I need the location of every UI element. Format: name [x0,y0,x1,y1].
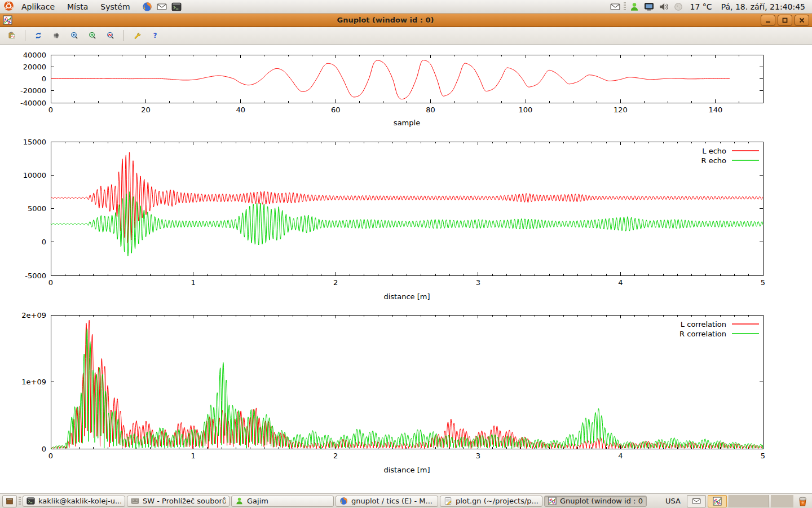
svg-text:0: 0 [48,106,53,114]
clock[interactable]: Pá, 18. září, 21:40:45 [718,2,809,11]
window-selector-area-2 [771,495,793,507]
gnuplot-window-icon [3,15,12,25]
svg-text:R echo: R echo [701,156,726,165]
svg-text:2: 2 [333,278,338,287]
ubuntu-logo-icon[interactable] [3,1,14,13]
svg-text:5: 5 [761,452,765,460]
gnuplot-canvas[interactable]: 02040608010012014040000200000-20000-4000… [0,45,812,493]
gnuplot-icon [548,497,557,505]
taskbar-button[interactable]: Gnuplot (window id : 0) [544,496,647,507]
plots-svg[interactable]: 02040608010012014040000200000-20000-4000… [0,45,812,493]
svg-text:1: 1 [191,452,195,460]
svg-text:120: 120 [614,106,628,114]
minimize-button[interactable] [761,15,775,26]
window-title: Gnuplot (window id : 0) [12,16,758,24]
menu-places-label: Místa [67,2,88,11]
trash-applet[interactable] [795,495,810,507]
toolbar-zoom-previous-button[interactable] [67,28,82,43]
launcher-terminal-icon[interactable] [170,1,183,13]
gnuplot-toolbar: ? [0,27,812,45]
toolbar-grid-button[interactable] [49,28,64,43]
text-editor-icon [444,497,452,505]
taskbar-button-label: SW - Prohlížeč souborů [143,497,226,505]
tray-weather-icon[interactable] [672,1,685,13]
svg-text:20000: 20000 [23,63,46,71]
taskbar-button-label: Gajim [247,497,268,505]
file-manager-icon [131,497,139,505]
bottom-taskbar: kaklik@kaklik-kolej-u...SW - Prohlížeč s… [0,493,812,508]
svg-text:100: 100 [519,106,533,114]
taskbar-tray-mail-icon[interactable] [687,495,706,507]
taskbar-button[interactable]: kaklik@kaklik-kolej-u... [23,496,125,507]
tray-gajim-icon[interactable] [628,1,641,13]
tray-grip[interactable] [624,2,626,11]
svg-text:-20000: -20000 [20,86,46,95]
svg-text:?: ? [153,32,157,40]
toolbar-settings-button[interactable] [130,28,144,43]
menu-applications[interactable]: Aplikace [16,1,60,12]
toolbar-help-button[interactable]: ? [148,28,162,43]
window-selector-area [729,495,769,507]
svg-text:0: 0 [48,278,53,287]
svg-text:distance [m]: distance [m] [383,466,430,474]
svg-text:5: 5 [761,278,765,287]
taskbar-button-label: kaklik@kaklik-kolej-u... [38,497,121,505]
taskbar-button-label: gnuplot / tics (E) - M... [351,497,433,505]
svg-text:-40000: -40000 [20,99,46,107]
svg-text:140: 140 [708,106,722,114]
tray-display-icon[interactable] [643,1,655,13]
svg-text:4: 4 [618,452,623,460]
toolbar-separator [123,30,124,41]
show-desktop-button[interactable] [2,495,17,507]
taskbar-button[interactable]: Gajim [231,496,334,507]
tray-mail-icon[interactable] [609,1,621,13]
svg-text:40: 40 [236,106,246,114]
svg-text:0: 0 [42,75,46,83]
taskbar-button[interactable]: plot.gn (~/projects/p... [440,496,542,507]
taskbar-button-label: Gnuplot (window id : 0) [560,497,643,505]
svg-text:2: 2 [333,452,338,460]
svg-text:3: 3 [476,452,480,460]
svg-text:3: 3 [476,278,480,287]
taskbar-button[interactable]: SW - Prohlížeč souborů [127,496,230,507]
launcher-mail-icon[interactable] [156,1,168,13]
svg-text:0: 0 [48,452,53,460]
firefox-icon [339,497,348,505]
top-panel: Aplikace Místa Systém 17 °C Pá, 18. září… [0,0,812,14]
svg-text:80: 80 [426,106,435,114]
svg-text:20: 20 [141,106,151,114]
terminal-icon [27,497,35,505]
taskbar-grip[interactable] [19,497,21,505]
menu-places[interactable]: Místa [62,1,93,12]
svg-text:15000: 15000 [23,138,46,146]
toolbar-copy-plot-button[interactable] [5,28,19,43]
svg-text:10000: 10000 [23,171,46,179]
toolbar-autoscale-button[interactable] [103,28,118,43]
menu-system[interactable]: Systém [95,1,135,12]
toolbar-zoom-next-button[interactable] [85,28,100,43]
svg-text:0: 0 [42,238,46,246]
launcher-firefox-icon[interactable] [141,1,153,13]
svg-text:2e+09: 2e+09 [21,311,46,319]
close-button[interactable] [795,15,809,26]
svg-text:5000: 5000 [28,204,46,213]
toolbar-separator [25,30,25,41]
svg-text:1e+09: 1e+09 [21,378,46,386]
gajim-icon [235,497,244,505]
svg-text:0: 0 [42,445,46,453]
keyboard-layout-indicator[interactable]: USA [661,497,685,505]
svg-text:sample: sample [394,119,420,127]
maximize-button[interactable] [778,15,792,26]
svg-text:L echo: L echo [702,147,726,155]
weather-temperature[interactable]: 17 °C [687,2,716,11]
taskbar-tray-gnuplot-icon[interactable] [708,495,727,507]
toolbar-refresh-button[interactable] [31,28,46,43]
menu-applications-label: Aplikace [21,2,55,11]
menu-system-label: Systém [100,2,130,11]
svg-text:R correlation: R correlation [679,330,726,338]
taskbar-button[interactable]: gnuplot / tics (E) - M... [336,496,438,507]
tray-volume-icon[interactable] [657,1,670,13]
svg-text:1: 1 [191,278,195,287]
window-titlebar[interactable]: Gnuplot (window id : 0) [0,14,812,27]
taskbar-button-label: plot.gn (~/projects/p... [456,497,539,505]
